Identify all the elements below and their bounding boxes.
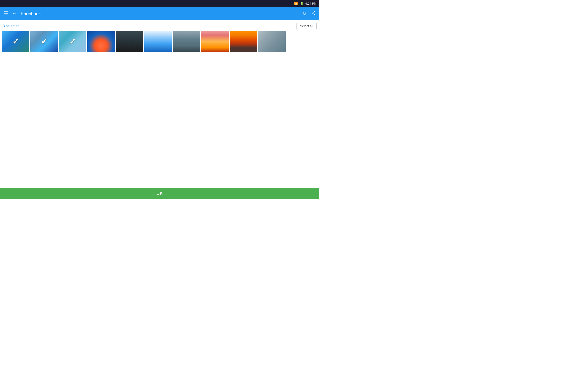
wifi-icon: 📶 [294, 2, 298, 5]
photo-grid: ✓✓✓✓✓✓✓✓✓✓ [2, 31, 317, 52]
refresh-icon[interactable]: ↻ [303, 11, 306, 16]
photo-item-6[interactable]: ✓ [144, 31, 172, 52]
menu-icon[interactable]: ☰ [4, 10, 8, 17]
photo-item-7[interactable]: ✓ [173, 31, 200, 52]
photo-item-2[interactable]: ✓ [30, 31, 58, 52]
ok-button[interactable]: OK [156, 191, 163, 196]
select-all-button[interactable]: Select all [296, 23, 317, 29]
selection-row: 3 selected Select all [2, 22, 317, 30]
status-time: 9:24 PM [305, 2, 317, 5]
photo-item-8[interactable]: ✓ [201, 31, 229, 52]
photo-item-5[interactable]: ✓ [116, 31, 143, 52]
selected-count: 3 selected [3, 24, 19, 28]
photo-item-3[interactable]: ✓ [59, 31, 86, 52]
photo-item-9[interactable]: ✓ [230, 31, 257, 52]
battery-icon: 🔋 [300, 2, 304, 5]
page-title: Facebook [21, 11, 299, 16]
back-icon[interactable]: ← [12, 10, 17, 17]
photo-item-10[interactable]: ✓ [258, 31, 286, 52]
status-bar: 📶 🔋 9:24 PM [0, 0, 319, 7]
photo-item-4[interactable]: ✓ [87, 31, 115, 52]
content-area: 3 selected Select all ✓✓✓✓✓✓✓✓✓✓ [0, 20, 319, 188]
app-bar: ☰ ← Facebook ↻ [0, 7, 319, 20]
share-icon[interactable] [311, 11, 316, 17]
photo-item-1[interactable]: ✓ [2, 31, 29, 52]
bottom-bar: OK [0, 188, 319, 199]
app-bar-actions: ↻ [303, 11, 316, 17]
